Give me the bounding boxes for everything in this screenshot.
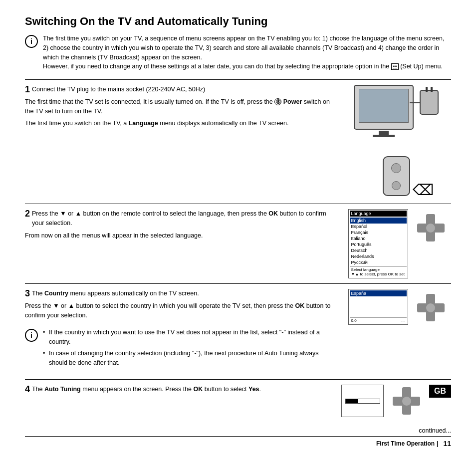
prong-right	[431, 87, 433, 92]
plug-prongs	[426, 87, 433, 92]
remote-hand-illustration: ⌫	[354, 154, 439, 199]
step-3-right: España 0.0 ---	[341, 289, 451, 374]
step-1-section: 1Connect the TV plug to the mains socket…	[25, 79, 451, 199]
footer-page: 11	[443, 440, 451, 448]
language-menu: Language English Español Français Italia…	[348, 209, 408, 278]
progress-fill	[346, 399, 358, 403]
step-1-text: 1Connect the TV plug to the mains socket…	[25, 85, 333, 131]
footer-area: continued... First Time Operation | 11	[25, 427, 451, 448]
language-menu-footer: Select language▼▲ to select, press OK to…	[350, 266, 407, 277]
progress-bar	[345, 399, 380, 404]
bullet-1: If the country in which you want to use …	[43, 328, 333, 347]
step-3-bullets: If the country in which you want to use …	[43, 328, 333, 369]
country-selected: España	[350, 290, 407, 296]
bullet-2: In case of changing the country selectio…	[43, 349, 333, 368]
prong-left	[426, 87, 428, 92]
step-2-left: 2Press the ▼ or ▲ button on the remote c…	[25, 209, 333, 278]
tv-base	[373, 135, 395, 137]
lang-deutsch: Deutsch	[350, 247, 407, 253]
language-menu-title: Language	[350, 211, 407, 217]
autotuning-menu	[341, 385, 384, 417]
tv-screen	[359, 89, 409, 123]
footer-section: First Time Operation	[376, 440, 435, 447]
country-footer: 0.0 ---	[350, 317, 407, 323]
tv-stand	[379, 131, 389, 135]
intro-text: The first time you switch on your TV, a …	[43, 34, 451, 71]
step-2-right: Language English Español Français Italia…	[341, 209, 451, 278]
gb-badge: GB	[429, 385, 451, 398]
dpad-center	[426, 224, 435, 233]
tv-body	[354, 85, 414, 130]
remote-power-button	[391, 163, 401, 173]
lang-italiano: Italiano	[350, 236, 407, 241]
lang-english: English	[350, 218, 407, 224]
footer-row: First Time Operation | 11	[25, 436, 451, 448]
page-title: Switching On the TV and Automatically Tu…	[25, 15, 451, 28]
step-4-dpad-container	[393, 387, 420, 415]
country-empty-area	[350, 297, 407, 317]
hand-icon: ⌫	[413, 181, 434, 199]
step-1-number: 1	[25, 85, 30, 95]
step-4-right: GB	[341, 385, 451, 417]
intro-box: i The first time you switch on your TV, …	[25, 34, 451, 71]
footer-pipe: |	[437, 440, 438, 447]
lang-russian: Русский	[350, 259, 407, 265]
power-plug	[420, 90, 439, 115]
step-4-dpad	[393, 387, 420, 415]
step-3-number: 3	[25, 289, 30, 299]
step-3-info-icon: i	[25, 329, 38, 342]
step-2-text: 2Press the ▼ or ▲ button on the remote c…	[25, 209, 333, 243]
step-4-section: 4The Auto Tuning menu appears on the scr…	[25, 379, 451, 417]
step-3-dpad	[417, 294, 445, 321]
step-3-dpad-center	[426, 303, 435, 312]
country-footer-left: 0.0	[351, 318, 357, 323]
lang-portugues: Português	[350, 241, 407, 247]
step-4-left: 4The Auto Tuning menu appears on the scr…	[25, 385, 333, 417]
lang-espanol: Español	[350, 224, 407, 230]
dpad-container	[417, 214, 445, 241]
step-1-left: 1Connect the TV plug to the mains socket…	[25, 85, 333, 199]
lang-francais: Français	[350, 230, 407, 236]
info-icon: i	[25, 35, 38, 48]
step-2-section: 2Press the ▼ or ▲ button on the remote c…	[25, 204, 451, 278]
country-footer-right: ---	[401, 318, 405, 323]
dpad-illustration	[417, 214, 445, 241]
step-3-left: 3The Country menu appears automatically …	[25, 289, 333, 374]
step-1-right: ⌫	[341, 85, 451, 199]
step-4-text: 4The Auto Tuning menu appears on the scr…	[25, 385, 333, 397]
step-4-number: 4	[25, 385, 30, 395]
step-3-dpad-container	[417, 294, 445, 321]
remote-btn-2	[392, 181, 401, 190]
remote-body	[383, 156, 410, 196]
tv-illustration	[354, 85, 439, 150]
step-3-section: 3The Country menu appears automatically …	[25, 283, 451, 374]
step-3-text: 3The Country menu appears automatically …	[25, 289, 333, 323]
country-menu: España 0.0 ---	[348, 289, 408, 325]
lang-nederlands: Nederlands	[350, 253, 407, 259]
step-2-number: 2	[25, 209, 30, 219]
power-wire	[410, 102, 420, 103]
step-3-info-box: i If the country in which you want to us…	[25, 328, 333, 369]
step-4-dpad-center	[402, 397, 411, 406]
continued-text: continued...	[25, 427, 451, 434]
